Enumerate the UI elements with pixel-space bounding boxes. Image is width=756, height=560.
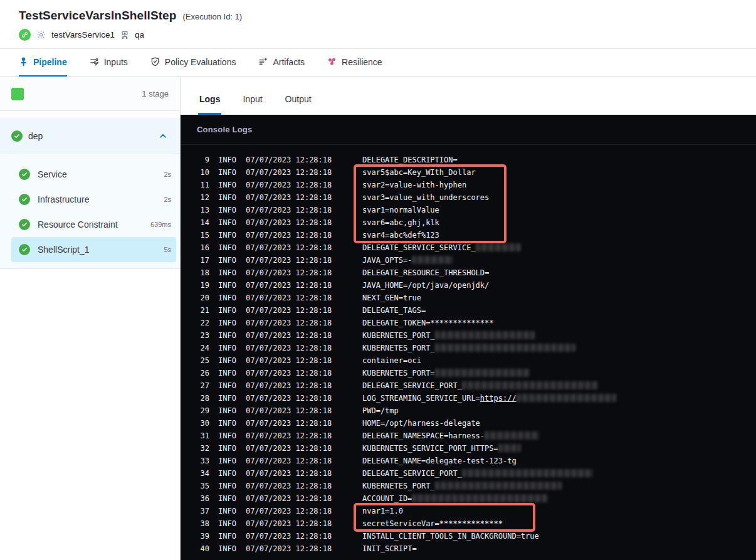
log-level: INFO bbox=[218, 254, 241, 267]
log-line: 21INFO07/07/2023 12:28:18DELEGATE_TAGS= bbox=[181, 304, 756, 317]
service-name: testVarsService1 bbox=[51, 30, 115, 40]
log-timestamp: 07/07/2023 12:28:18 bbox=[246, 154, 337, 166]
log-message: container=oci bbox=[362, 354, 421, 367]
log-message: DELEGATE_NAME=delegate-test-123-tg bbox=[362, 455, 517, 467]
log-line: 10INFO07/07/2023 12:28:18svar5$abc=Key_W… bbox=[181, 166, 756, 179]
tab-label: Artifacts bbox=[273, 57, 305, 67]
log-line: 17INFO07/07/2023 12:28:18JAVA_OPTS=- bbox=[181, 254, 756, 267]
log-timestamp: 07/07/2023 12:28:18 bbox=[246, 216, 337, 229]
tab-artifacts[interactable]: Artifacts bbox=[258, 49, 305, 77]
log-message: DELEGATE_SERVICE_PORT_ bbox=[362, 379, 598, 392]
log-level: INFO bbox=[218, 179, 241, 191]
log-line-number: 22 bbox=[181, 317, 209, 329]
step-item-service[interactable]: Service2s bbox=[11, 162, 176, 187]
log-line-number: 19 bbox=[181, 279, 209, 292]
log-level: INFO bbox=[218, 442, 241, 455]
gear-icon bbox=[36, 30, 46, 40]
log-line: 15INFO07/07/2023 12:28:18svar4=abc%def%1… bbox=[181, 229, 756, 241]
log-line-number: 39 bbox=[181, 530, 209, 542]
log-line-number: 27 bbox=[181, 379, 209, 392]
log-line: 34INFO07/07/2023 12:28:18DELEGATE_SERVIC… bbox=[181, 467, 756, 480]
log-line-number: 33 bbox=[181, 455, 209, 467]
log-level: INFO bbox=[218, 480, 241, 492]
log-line-number: 14 bbox=[181, 216, 209, 229]
redacted-text bbox=[435, 344, 575, 352]
log-level: INFO bbox=[218, 367, 241, 379]
step-item-shellscript-1[interactable]: ShellScript_15s bbox=[11, 237, 176, 262]
tab-label: Policy Evaluations bbox=[165, 57, 236, 67]
log-message: svar5$abc=Key_WIth_Dollar bbox=[362, 166, 476, 179]
log-level: INFO bbox=[218, 542, 241, 555]
stage-status-square[interactable] bbox=[11, 88, 24, 100]
log-line: 36INFO07/07/2023 12:28:18ACCOUNT_ID= bbox=[181, 492, 756, 505]
log-message: DELEGATE_TAGS= bbox=[362, 304, 426, 317]
log-line-number: 38 bbox=[181, 517, 209, 530]
log-message: KUBERNETES_PORT_ bbox=[362, 329, 535, 342]
log-level: INFO bbox=[218, 467, 241, 480]
log-message: INIT_SCRIPT= bbox=[362, 542, 417, 555]
stage-group-dep[interactable]: dep bbox=[0, 118, 180, 154]
environment-name: qa bbox=[135, 30, 144, 40]
log-timestamp: 07/07/2023 12:28:18 bbox=[246, 292, 337, 304]
artifacts-icon bbox=[258, 57, 268, 66]
log-line-number: 21 bbox=[181, 304, 209, 317]
log-message: secretServiceVar=************** bbox=[362, 517, 503, 530]
log-message: KUBERNETES_SERVICE_PORT_HTTPS= bbox=[362, 442, 521, 455]
log-level: INFO bbox=[218, 342, 241, 354]
log-timestamp: 07/07/2023 12:28:18 bbox=[246, 430, 337, 442]
log-level: INFO bbox=[218, 241, 241, 254]
log-tab-logs[interactable]: Logs bbox=[198, 94, 221, 115]
tab-resilience[interactable]: Resilience bbox=[327, 49, 382, 77]
pipeline-icon bbox=[19, 57, 28, 66]
redacted-text bbox=[517, 394, 616, 402]
console-logs-title: Console Logs bbox=[181, 115, 756, 145]
inputs-icon bbox=[90, 57, 99, 66]
tab-inputs[interactable]: Inputs bbox=[90, 49, 128, 77]
log-line-number: 10 bbox=[181, 166, 209, 179]
chevron-up-icon[interactable] bbox=[159, 132, 167, 140]
step-item-resource-constraint[interactable]: Resource Constraint639ms bbox=[11, 212, 176, 237]
log-timestamp: 07/07/2023 12:28:18 bbox=[246, 354, 337, 367]
log-line-number: 26 bbox=[181, 367, 209, 379]
tab-policy-evaluations[interactable]: Policy Evaluations bbox=[150, 49, 236, 77]
log-level: INFO bbox=[218, 379, 241, 392]
log-line: 27INFO07/07/2023 12:28:18DELEGATE_SERVIC… bbox=[181, 379, 756, 392]
log-level: INFO bbox=[218, 304, 241, 317]
service-env-row: testVarsService1 qa bbox=[19, 29, 756, 41]
step-duration: 639ms bbox=[150, 221, 171, 228]
redacted-text bbox=[412, 256, 453, 264]
step-item-infrastructure[interactable]: Infrastructure2s bbox=[11, 187, 176, 212]
log-message: HOME=/opt/harness-delegate bbox=[362, 417, 480, 430]
step-duration: 5s bbox=[164, 246, 171, 253]
log-line-number: 13 bbox=[181, 204, 209, 216]
log-line: 11INFO07/07/2023 12:28:18svar2=value-wit… bbox=[181, 179, 756, 191]
log-line: 33INFO07/07/2023 12:28:18DELEGATE_NAME=d… bbox=[181, 455, 756, 467]
log-tab-output[interactable]: Output bbox=[284, 94, 313, 115]
log-message: DELEGATE_DESCRIPTION= bbox=[362, 154, 458, 166]
log-timestamp: 07/07/2023 12:28:18 bbox=[246, 442, 337, 455]
log-tabs: LogsInputOutput bbox=[181, 77, 756, 115]
redacted-text bbox=[435, 369, 530, 377]
execution-header: TestServiceVarsInShellStep (Execution Id… bbox=[0, 0, 756, 49]
log-line: 18INFO07/07/2023 12:28:18DELEGATE_RESOUR… bbox=[181, 267, 756, 279]
log-line: 23INFO07/07/2023 12:28:18KUBERNETES_PORT… bbox=[181, 329, 756, 342]
log-timestamp: 07/07/2023 12:28:18 bbox=[246, 367, 337, 379]
log-line: 40INFO07/07/2023 12:28:18INIT_SCRIPT= bbox=[181, 542, 756, 555]
log-message: KUBERNETES_PORT_ bbox=[362, 480, 562, 492]
log-line: 35INFO07/07/2023 12:28:18KUBERNETES_PORT… bbox=[181, 480, 756, 492]
log-tab-input[interactable]: Input bbox=[241, 94, 263, 115]
log-line-number: 17 bbox=[181, 254, 209, 267]
log-line-number: 15 bbox=[181, 229, 209, 241]
log-link[interactable]: https:// bbox=[480, 394, 517, 403]
success-check-icon bbox=[19, 219, 30, 230]
log-message: DELEGATE_SERVICE_PORT_ bbox=[362, 467, 593, 480]
log-level: INFO bbox=[218, 166, 241, 179]
tab-pipeline[interactable]: Pipeline bbox=[19, 49, 67, 77]
log-line: 31INFO07/07/2023 12:28:18DELEGATE_NAMESP… bbox=[181, 430, 756, 442]
log-timestamp: 07/07/2023 12:28:18 bbox=[246, 379, 337, 392]
log-timestamp: 07/07/2023 12:28:18 bbox=[246, 317, 337, 329]
log-line-number: 30 bbox=[181, 417, 209, 430]
log-timestamp: 07/07/2023 12:28:18 bbox=[246, 329, 337, 342]
success-check-icon bbox=[19, 169, 30, 180]
redacted-text bbox=[462, 381, 598, 389]
